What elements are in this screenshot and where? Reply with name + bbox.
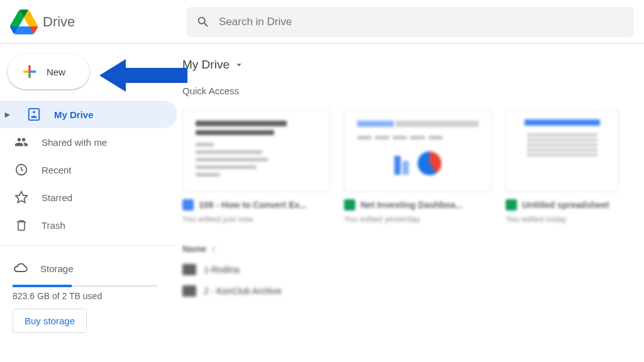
sidebar-item-label: Starred bbox=[42, 192, 72, 203]
sort-arrow-icon: ↑ bbox=[211, 244, 216, 254]
drive-folder-icon bbox=[26, 107, 42, 121]
caret-right-icon: ▸ bbox=[5, 109, 11, 120]
logo[interactable]: Drive bbox=[10, 9, 186, 35]
trash-icon bbox=[14, 219, 29, 231]
quick-access-card[interactable]: Net Investing Dashboa... You edited yest… bbox=[344, 110, 492, 224]
cloud-icon bbox=[13, 260, 28, 277]
card-subtitle: You edited yesterday bbox=[344, 214, 492, 224]
sidebar-item-starred[interactable]: Starred bbox=[0, 184, 177, 211]
storage-section: Storage 823.6 GB of 2 TB used Buy storag… bbox=[0, 252, 177, 337]
svg-point-0 bbox=[33, 111, 35, 114]
search-icon bbox=[196, 15, 210, 29]
main-content: My Drive Quick Access 109 - How to Conve… bbox=[177, 44, 644, 362]
app-name: Drive bbox=[43, 14, 75, 30]
sidebar-item-storage[interactable]: Storage bbox=[13, 256, 165, 281]
sidebar-item-mydrive[interactable]: ▸ My Drive bbox=[0, 101, 177, 128]
new-button[interactable]: New bbox=[8, 54, 89, 89]
storage-bar-fill bbox=[13, 285, 72, 287]
list-item[interactable]: 2 - KonClub Archive bbox=[182, 285, 640, 297]
clock-icon bbox=[14, 163, 29, 177]
sidebar-item-label: Trash bbox=[42, 220, 65, 231]
storage-label: Storage bbox=[40, 263, 74, 274]
quick-access-card[interactable]: Untitled spreadsheet You edited today bbox=[506, 110, 619, 224]
divider bbox=[0, 245, 177, 246]
breadcrumb[interactable]: My Drive bbox=[182, 55, 640, 85]
sidebar-item-trash[interactable]: Trash bbox=[0, 211, 177, 239]
annotation-arrow-icon bbox=[99, 58, 187, 93]
quick-access-cards: 109 - How to Convert Ex... You edited ju… bbox=[182, 110, 640, 224]
sheets-icon bbox=[344, 199, 355, 211]
doc-thumbnail bbox=[182, 110, 330, 192]
sheet-thumbnail bbox=[506, 110, 619, 192]
sheets-icon bbox=[506, 199, 517, 211]
new-button-label: New bbox=[47, 67, 65, 77]
plus-icon bbox=[20, 62, 39, 81]
storage-used-text: 823.6 GB of 2 TB used bbox=[13, 291, 165, 301]
sidebar-item-label: My Drive bbox=[54, 109, 94, 120]
buy-storage-button[interactable]: Buy storage bbox=[13, 309, 87, 333]
docs-icon bbox=[182, 199, 194, 211]
sidebar-item-label: Shared with me bbox=[42, 137, 107, 148]
card-subtitle: You edited today bbox=[506, 214, 619, 224]
sheet-thumbnail bbox=[344, 110, 492, 192]
star-icon bbox=[14, 190, 29, 204]
quick-access-card[interactable]: 109 - How to Convert Ex... You edited ju… bbox=[182, 110, 330, 224]
list-name-header[interactable]: Name ↑ bbox=[182, 244, 640, 254]
header: Drive bbox=[0, 0, 644, 44]
sidebar-item-label: Recent bbox=[42, 165, 72, 175]
people-icon bbox=[14, 135, 29, 149]
folder-icon bbox=[182, 264, 196, 275]
list-item[interactable]: 1-Rodina bbox=[182, 264, 640, 275]
storage-bar bbox=[13, 285, 157, 287]
sidebar-item-shared[interactable]: Shared with me bbox=[0, 128, 177, 156]
search-bar[interactable] bbox=[186, 7, 634, 37]
chevron-down-icon bbox=[233, 59, 245, 70]
breadcrumb-current: My Drive bbox=[182, 58, 230, 72]
folder-icon bbox=[182, 285, 196, 297]
quick-access-title: Quick Access bbox=[182, 85, 640, 96]
nav-list: ▸ My Drive Shared with me Recent bbox=[0, 101, 177, 239]
sidebar-item-recent[interactable]: Recent bbox=[0, 156, 177, 184]
drive-logo-icon bbox=[10, 9, 38, 35]
search-input[interactable] bbox=[219, 16, 624, 28]
card-subtitle: You edited just now bbox=[182, 214, 330, 224]
